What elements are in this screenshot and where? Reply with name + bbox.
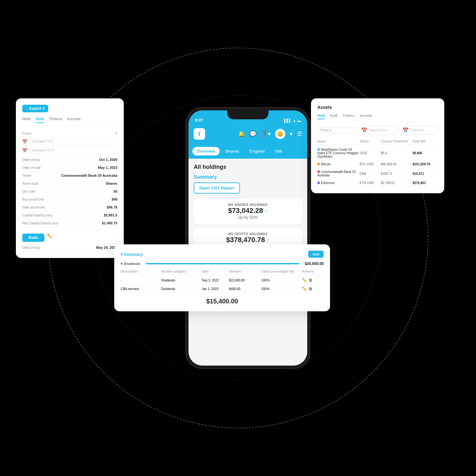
detail-asset-type: Asset type Shares (22, 180, 117, 188)
edit-icon[interactable]: ✏️ (47, 234, 52, 239)
panel-sold-header: ↓ Export ▾ (22, 105, 117, 112)
phone-frame: 8:37 ▌▌▌ ▲ ▬ t 🔔 💬 ❓▾ 😊 ▾ ☰ (186, 108, 310, 368)
detail-date-buy-2: Date of buy May 24, 2022 (22, 244, 117, 252)
dividends-row: ▾ Dividends $26,000.00 (121, 261, 324, 266)
col-ticker: Ticker (360, 140, 381, 143)
calendar-icon-from: 📅 (22, 139, 27, 144)
row-indicator-4 (317, 182, 320, 184)
edit-income-2[interactable]: ✏️ (302, 287, 307, 291)
assets-panel: Assets Held Sold Tickers Income Ticker ▾… (311, 98, 444, 193)
phone-header: t 🔔 💬 ❓▾ 😊 ▾ ☰ (188, 124, 307, 143)
ticker-filter-dropdown-icon: ▾ (330, 129, 331, 132)
sold-details-panel: ↓ Export ▾ Held Sold Tickers Income Tick… (16, 98, 124, 258)
income-claim-1: 100% (261, 279, 302, 282)
assets-tab-held[interactable]: Held (317, 114, 325, 119)
redo-button[interactable]: Redo (22, 234, 44, 242)
detail-net-capital-gain: Net Capital Gain/(Loss) $1,400.75 (22, 219, 117, 227)
shares-pct: up by 52% (198, 215, 298, 220)
asset-row-3[interactable]: Commonwealth Bank Of Australia CBA $105.… (317, 168, 438, 179)
calendar-search-to-icon: 📅 (402, 127, 409, 133)
dividends-label: ▾ Dividends (121, 262, 141, 266)
search-to[interactable]: 📅 Search To (400, 126, 438, 135)
status-time: 8:37 (195, 118, 203, 122)
income-row-2: CBA reinvest Dividends Jan 1, 2023 $400.… (121, 285, 324, 293)
tab-cryptos[interactable]: Cryptos (245, 147, 269, 155)
export-dropdown-icon: ▾ (43, 106, 44, 111)
col-income-category: Income category (161, 270, 202, 273)
search-from-text: Search From (369, 129, 387, 132)
income-panel: ▾ Summary Add ▾ Dividends $26,000.00 Des… (114, 244, 330, 311)
date-from-input[interactable]: DD/MM/YYYY (29, 138, 117, 145)
income-table-header: Description Income category Date Amount … (121, 268, 324, 275)
income-amount-2: $400.00 (229, 287, 261, 291)
income-claim-2: 100% (261, 287, 302, 291)
detail-qty-sold: Qty sold 50 (22, 188, 117, 195)
crypto-value: $378,470.78 ↑ (198, 236, 298, 244)
export-button[interactable]: ↓ Export ▾ (22, 105, 48, 112)
shares-up-arrow: ↑ (265, 208, 268, 214)
detail-date-buy: Date of buy Oct 1, 2020 (22, 156, 117, 164)
assets-tab-tickers[interactable]: Tickers (343, 114, 355, 119)
bell-icon[interactable]: 🔔 (238, 130, 245, 137)
delete-income-1[interactable]: 🗑 (309, 278, 313, 282)
chevron-down-dividends-icon: ▾ (121, 262, 122, 266)
help-icon[interactable]: ❓▾ (261, 130, 271, 137)
shares-value: $73,042.28 ↑ (198, 207, 298, 215)
phone-tabs: Overview Shares Cryptos Oth (188, 143, 307, 159)
menu-icon[interactable]: ☰ (297, 130, 302, 137)
asset-row-1[interactable]: BetaShares Crude Oil Index ETF Currency … (317, 146, 438, 161)
tab-income[interactable]: Income (67, 117, 81, 123)
detail-capital-gain: Capital Gain/(Loss) $2,801.5 (22, 211, 117, 219)
open-cgt-button[interactable]: Open CGT Report (194, 182, 240, 194)
tab-shares[interactable]: Shares (221, 147, 243, 155)
income-total: $15,400.00 (121, 298, 324, 305)
income-actions-1: ✏️ 🗑 (302, 278, 324, 282)
edit-income-1[interactable]: ✏️ (302, 278, 307, 282)
income-date-1: Sep 3, 2022 (202, 279, 229, 282)
date-to-input[interactable]: DD/MM/YYYY (29, 147, 117, 154)
col-name: Name (317, 140, 360, 143)
tab-oth[interactable]: Oth (271, 147, 287, 155)
tab-tickers[interactable]: Tickers (49, 117, 62, 123)
col-date: Date (202, 270, 229, 273)
ticker-filter[interactable]: Ticker ▾ (317, 127, 356, 133)
user-avatar[interactable]: 😊 (275, 129, 285, 139)
export-icon: ↓ (26, 106, 28, 111)
app-logo: t (194, 128, 205, 140)
ticker-filter-label: Ticker (22, 131, 32, 135)
ticker-filter-row: Ticker ▾ (22, 131, 117, 136)
row-indicator-3 (317, 170, 320, 173)
income-row-1: - Dividends Sep 3, 2022 $22,000.00 100% … (121, 276, 324, 285)
income-cat-2: Dividends (161, 287, 202, 291)
dividends-amount: $26,000.00 (305, 261, 324, 266)
col-amount: Amount (229, 270, 261, 273)
col-actions: Actions (302, 270, 324, 273)
income-cat-1: Dividends (161, 279, 202, 282)
assets-tab-sold[interactable]: Sold (330, 114, 338, 119)
calendar-icon-to: 📅 (22, 148, 27, 153)
tab-sold[interactable]: Sold (36, 117, 44, 123)
holdings-title: All holdings (194, 164, 302, 170)
col-claim-pct: Claim percentage (%) (261, 270, 302, 273)
delete-income-2[interactable]: 🗑 (309, 287, 313, 291)
shares-holdings-card: MV SHARES HOLDINGS $73,042.28 ↑ up by 52… (194, 199, 302, 224)
ticker-filter-arrow: ▾ (116, 131, 117, 136)
tab-overview[interactable]: Overview (192, 147, 220, 155)
asset-row-4[interactable]: Ethereum ETH-USD $2,769.61 $276,961 (317, 179, 438, 187)
row-indicator-2 (317, 163, 320, 165)
signal-icon: ▌▌▌ (284, 119, 291, 122)
phone-inner: 8:37 ▌▌▌ ▲ ▬ t 🔔 💬 ❓▾ 😊 ▾ ☰ (188, 110, 307, 366)
chat-icon[interactable]: 💬 (249, 130, 256, 137)
chevron-down-summary-icon: ▾ (121, 252, 123, 257)
crypto-label: MV CRYPTO HOLDINGS (198, 232, 298, 236)
search-from[interactable]: 📅 Search From (358, 126, 397, 135)
assets-panel-title: Assets (317, 105, 438, 110)
col-price: Current Price/Unit (381, 140, 413, 143)
assets-tab-income[interactable]: Income (360, 114, 372, 119)
date-to-row: 📅 DD/MM/YYYY (22, 147, 117, 154)
add-button[interactable]: Add (308, 251, 324, 258)
redo-row: Redo ✏️ (22, 230, 117, 242)
tab-held[interactable]: Held (22, 117, 30, 123)
income-actions-2: ✏️ 🗑 (302, 287, 324, 291)
asset-row-2[interactable]: Bitcoin BTC-USD $40,603.91 $101,509.78 (317, 161, 438, 168)
